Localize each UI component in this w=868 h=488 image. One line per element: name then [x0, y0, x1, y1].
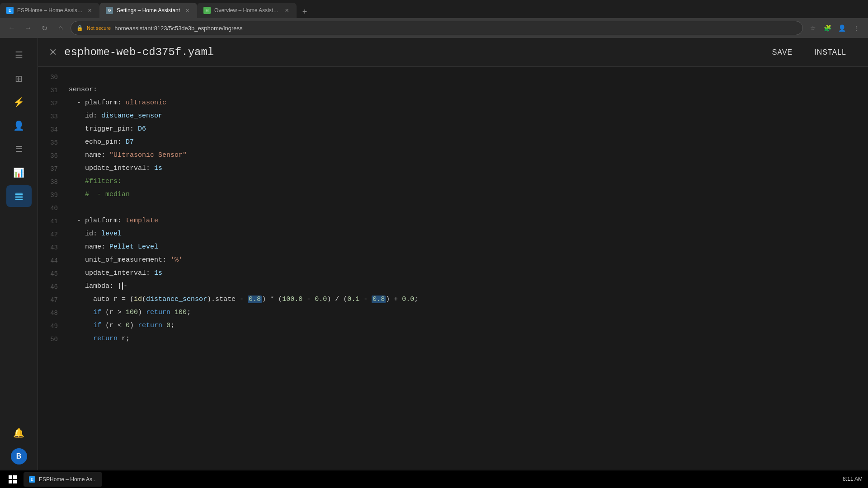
code-line-44: 44 unit_of_measurement: '%' [38, 254, 868, 267]
tab-settings[interactable]: ⚙ Settings – Home Assistant ✕ [99, 3, 197, 18]
code-line-46: 46 lambda: |- [38, 280, 868, 293]
profile-icon[interactable]: 👤 [835, 22, 848, 34]
taskbar-left: E ESPHome – Home As... [5, 472, 102, 487]
line-content-41: - platform: template [65, 215, 868, 227]
code-line-37: 37 update_interval: 1s [38, 162, 868, 175]
code-editor[interactable]: 30 31 sensor: 32 - platform: ultrasonic … [38, 67, 868, 470]
sidebar-bottom: 🔔 B [6, 421, 32, 465]
sidebar-item-list[interactable]: ☰ [6, 138, 32, 160]
code-line-38: 38 #filters: [38, 175, 868, 188]
app-container: ☰ ⊞ ⚡ 👤 ☰ 📊 🔔 [0, 38, 868, 470]
back-button[interactable]: ← [5, 22, 18, 34]
bookmark-icon[interactable]: ☆ [807, 22, 819, 34]
line-num-39: 39 [38, 188, 65, 202]
line-content-38: #filters: [65, 175, 868, 188]
address-url: homeassistant:8123/5c53de3b_esphome/ingr… [114, 25, 242, 32]
line-num-33: 33 [38, 110, 65, 123]
windows-icon [8, 475, 17, 484]
forward-button[interactable]: → [22, 22, 34, 34]
line-content-46: lambda: |- [65, 280, 868, 293]
line-num-38: 38 [38, 175, 65, 188]
reload-button[interactable]: ↻ [38, 22, 51, 34]
list-icon: ☰ [15, 144, 23, 154]
home-button[interactable]: ⌂ [54, 22, 67, 34]
line-content-34: trigger_pin: D6 [65, 123, 868, 136]
start-button[interactable] [5, 472, 20, 487]
line-content-49: if (r < 0) return 0; [65, 319, 868, 332]
line-num-31: 31 [38, 84, 65, 97]
taskbar-app-esphome[interactable]: E ESPHome – Home As... [24, 472, 102, 487]
tab-close-overview[interactable]: ✕ [283, 7, 290, 14]
menu-icon: ☰ [15, 50, 23, 61]
code-line-39: 39 # - median [38, 188, 868, 202]
code-line-50: 50 return r; [38, 333, 868, 346]
chart-icon: 📊 [13, 167, 24, 178]
line-content-45: update_interval: 1s [65, 267, 868, 280]
config-icon [14, 191, 24, 201]
energy-icon: ⚡ [13, 97, 24, 108]
code-line-35: 35 echo_pin: D7 [38, 136, 868, 149]
close-button[interactable]: ✕ [49, 47, 57, 58]
lock-icon: 🔒 [76, 25, 83, 31]
svg-rect-4 [15, 199, 23, 200]
tab-favicon-settings: ⚙ [106, 7, 113, 14]
line-content-36: name: "Ultrasonic Sensor" [65, 149, 868, 162]
line-num-49: 49 [38, 319, 65, 333]
line-num-35: 35 [38, 136, 65, 149]
sidebar: ☰ ⊞ ⚡ 👤 ☰ 📊 🔔 [0, 38, 38, 470]
line-num-45: 45 [38, 267, 65, 280]
svg-rect-6 [13, 475, 17, 479]
line-num-42: 42 [38, 228, 65, 241]
save-button[interactable]: SAVE [761, 45, 804, 60]
file-title: esphome-web-cd375f.yaml [64, 46, 214, 58]
code-line-45: 45 update_interval: 1s [38, 267, 868, 280]
code-line-47: 47 auto r = (id(distance_sensor).state -… [38, 293, 868, 306]
extensions-icon[interactable]: 🧩 [821, 22, 834, 34]
main-content: ✕ esphome-web-cd375f.yaml SAVE INSTALL 3… [38, 38, 868, 470]
sidebar-item-chart[interactable]: 📊 [6, 162, 32, 183]
line-content-32: - platform: ultrasonic [65, 97, 868, 109]
sidebar-item-menu[interactable]: ☰ [6, 44, 32, 66]
line-content-35: echo_pin: D7 [65, 136, 868, 149]
code-line-49: 49 if (r < 0) return 0; [38, 319, 868, 333]
line-content-37: update_interval: 1s [65, 162, 868, 175]
user-icon: 👤 [13, 120, 24, 131]
address-bar[interactable]: 🔒 Not secure homeassistant:8123/5c53de3b… [71, 21, 803, 35]
tab-label-settings: Settings – Home Assistant [117, 7, 180, 14]
tab-close-settings[interactable]: ✕ [184, 7, 191, 14]
line-num-37: 37 [38, 162, 65, 175]
code-line-40: 40 [38, 202, 868, 215]
tab-close-esphome[interactable]: ✕ [86, 7, 93, 14]
line-content-39: # - median [65, 188, 868, 201]
line-num-44: 44 [38, 254, 65, 267]
sidebar-item-notifications[interactable]: 🔔 [6, 422, 32, 444]
avatar[interactable]: B [11, 448, 27, 465]
code-line-41: 41 - platform: template [38, 215, 868, 228]
install-button[interactable]: INSTALL [803, 45, 857, 60]
menu-icon[interactable]: ⋮ [850, 22, 863, 34]
tab-favicon-esphome: E [6, 7, 14, 14]
tab-esphome[interactable]: E ESPHome – Home Assistant ✕ [0, 3, 99, 18]
tab-label-overview: Overview – Home Assistant [214, 7, 279, 14]
dashboard-icon: ⊞ [15, 73, 23, 84]
line-content-48: if (r > 100) return 100; [65, 306, 868, 319]
sidebar-item-config[interactable] [6, 185, 32, 207]
line-content-43: name: Pellet Level [65, 241, 868, 253]
line-content-33: id: distance_sensor [65, 110, 868, 122]
line-num-41: 41 [38, 215, 65, 228]
code-line-43: 43 name: Pellet Level [38, 241, 868, 254]
sidebar-item-dashboard[interactable]: ⊞ [6, 68, 32, 89]
svg-rect-7 [9, 480, 12, 483]
browser-chrome: E ESPHome – Home Assistant ✕ ⚙ Settings … [0, 0, 868, 38]
taskbar-time: 8:11 AM [843, 475, 863, 483]
line-num-46: 46 [38, 280, 65, 293]
tab-overview[interactable]: H Overview – Home Assistant ✕ [197, 3, 297, 18]
editor-header: ✕ esphome-web-cd375f.yaml SAVE INSTALL [38, 38, 868, 67]
line-num-34: 34 [38, 123, 65, 136]
new-tab-button[interactable]: + [298, 5, 311, 18]
sidebar-item-energy[interactable]: ⚡ [6, 91, 32, 113]
line-num-40: 40 [38, 202, 65, 215]
sidebar-item-user[interactable]: 👤 [6, 115, 32, 136]
nav-right-icons: ☆ 🧩 👤 ⋮ [807, 22, 863, 34]
line-num-47: 47 [38, 293, 65, 306]
